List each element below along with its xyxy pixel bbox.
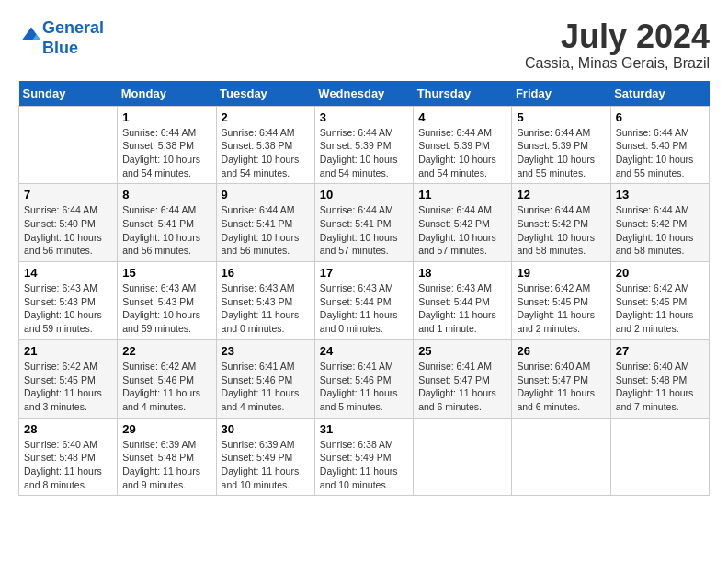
day-number: 27 xyxy=(616,344,704,358)
day-number: 15 xyxy=(122,266,210,280)
calendar-cell: 9Sunrise: 6:44 AM Sunset: 5:41 PM Daylig… xyxy=(216,184,314,262)
day-info: Sunrise: 6:44 AM Sunset: 5:42 PM Dayligh… xyxy=(418,203,506,258)
day-number: 4 xyxy=(418,110,506,124)
day-number: 14 xyxy=(24,266,112,280)
month-year: July 2024 xyxy=(525,18,710,55)
day-number: 1 xyxy=(122,110,210,124)
day-header-friday: Friday xyxy=(512,81,610,107)
day-info: Sunrise: 6:40 AM Sunset: 5:47 PM Dayligh… xyxy=(517,360,605,414)
calendar-cell: 20Sunrise: 6:42 AM Sunset: 5:45 PM Dayli… xyxy=(610,262,709,340)
day-number: 26 xyxy=(517,344,605,358)
day-info: Sunrise: 6:44 AM Sunset: 5:38 PM Dayligh… xyxy=(122,126,210,180)
day-info: Sunrise: 6:41 AM Sunset: 5:47 PM Dayligh… xyxy=(418,360,506,414)
day-info: Sunrise: 6:42 AM Sunset: 5:45 PM Dayligh… xyxy=(24,360,112,414)
logo-icon xyxy=(20,26,42,48)
day-header-tuesday: Tuesday xyxy=(216,81,314,107)
day-info: Sunrise: 6:39 AM Sunset: 5:48 PM Dayligh… xyxy=(122,438,210,492)
day-header-wednesday: Wednesday xyxy=(314,81,413,107)
calendar-cell: 22Sunrise: 6:42 AM Sunset: 5:46 PM Dayli… xyxy=(118,339,216,418)
calendar-cell: 30Sunrise: 6:39 AM Sunset: 5:49 PM Dayli… xyxy=(216,418,314,496)
calendar-cell: 10Sunrise: 6:44 AM Sunset: 5:41 PM Dayli… xyxy=(314,184,413,262)
day-number: 23 xyxy=(222,344,310,358)
day-info: Sunrise: 6:44 AM Sunset: 5:40 PM Dayligh… xyxy=(616,126,704,180)
week-row-5: 28Sunrise: 6:40 AM Sunset: 5:48 PM Dayli… xyxy=(19,418,710,496)
day-info: Sunrise: 6:42 AM Sunset: 5:45 PM Dayligh… xyxy=(616,282,704,336)
day-number: 9 xyxy=(222,188,310,201)
day-info: Sunrise: 6:38 AM Sunset: 5:49 PM Dayligh… xyxy=(320,438,408,492)
calendar-cell: 13Sunrise: 6:44 AM Sunset: 5:42 PM Dayli… xyxy=(610,184,709,262)
calendar-cell: 29Sunrise: 6:39 AM Sunset: 5:48 PM Dayli… xyxy=(118,418,216,496)
calendar-cell: 31Sunrise: 6:38 AM Sunset: 5:49 PM Dayli… xyxy=(314,418,413,496)
calendar-cell: 23Sunrise: 6:41 AM Sunset: 5:46 PM Dayli… xyxy=(216,339,314,418)
day-info: Sunrise: 6:44 AM Sunset: 5:42 PM Dayligh… xyxy=(517,203,605,258)
calendar-cell: 16Sunrise: 6:43 AM Sunset: 5:43 PM Dayli… xyxy=(216,262,314,340)
calendar-cell: 17Sunrise: 6:43 AM Sunset: 5:44 PM Dayli… xyxy=(314,262,413,340)
day-number: 19 xyxy=(517,266,605,280)
day-header-sunday: Sunday xyxy=(19,81,118,107)
calendar-cell: 3Sunrise: 6:44 AM Sunset: 5:39 PM Daylig… xyxy=(314,106,413,184)
calendar-cell: 4Sunrise: 6:44 AM Sunset: 5:39 PM Daylig… xyxy=(414,106,512,184)
day-number: 20 xyxy=(616,266,704,280)
calendar-cell: 25Sunrise: 6:41 AM Sunset: 5:47 PM Dayli… xyxy=(414,339,512,418)
calendar-cell: 24Sunrise: 6:41 AM Sunset: 5:46 PM Dayli… xyxy=(314,339,413,418)
day-number: 11 xyxy=(418,188,506,201)
day-number: 8 xyxy=(122,188,210,201)
day-number: 18 xyxy=(418,266,506,280)
day-number: 12 xyxy=(517,188,605,201)
day-number: 21 xyxy=(24,344,112,358)
day-header-thursday: Thursday xyxy=(414,81,512,107)
calendar-cell: 2Sunrise: 6:44 AM Sunset: 5:38 PM Daylig… xyxy=(216,106,314,184)
day-info: Sunrise: 6:39 AM Sunset: 5:49 PM Dayligh… xyxy=(222,438,310,492)
calendar-cell: 14Sunrise: 6:43 AM Sunset: 5:43 PM Dayli… xyxy=(19,262,118,340)
day-info: Sunrise: 6:44 AM Sunset: 5:38 PM Dayligh… xyxy=(222,126,310,180)
day-info: Sunrise: 6:44 AM Sunset: 5:39 PM Dayligh… xyxy=(320,126,408,180)
day-number: 30 xyxy=(222,422,310,436)
logo: General Blue xyxy=(18,18,104,58)
calendar-cell: 18Sunrise: 6:43 AM Sunset: 5:44 PM Dayli… xyxy=(414,262,512,340)
calendar-cell xyxy=(19,106,118,184)
logo-line2: Blue xyxy=(42,39,78,57)
calendar-cell: 15Sunrise: 6:43 AM Sunset: 5:43 PM Dayli… xyxy=(118,262,216,340)
day-info: Sunrise: 6:44 AM Sunset: 5:39 PM Dayligh… xyxy=(517,126,605,180)
day-info: Sunrise: 6:42 AM Sunset: 5:46 PM Dayligh… xyxy=(122,360,210,414)
calendar-cell: 27Sunrise: 6:40 AM Sunset: 5:48 PM Dayli… xyxy=(610,339,709,418)
logo-text: General Blue xyxy=(42,18,104,58)
week-row-2: 7Sunrise: 6:44 AM Sunset: 5:40 PM Daylig… xyxy=(19,184,710,262)
calendar-cell: 28Sunrise: 6:40 AM Sunset: 5:48 PM Dayli… xyxy=(19,418,118,496)
calendar-cell: 21Sunrise: 6:42 AM Sunset: 5:45 PM Dayli… xyxy=(19,339,118,418)
day-info: Sunrise: 6:44 AM Sunset: 5:42 PM Dayligh… xyxy=(616,203,704,258)
week-row-1: 1Sunrise: 6:44 AM Sunset: 5:38 PM Daylig… xyxy=(19,106,710,184)
week-row-3: 14Sunrise: 6:43 AM Sunset: 5:43 PM Dayli… xyxy=(19,262,710,340)
calendar-cell: 26Sunrise: 6:40 AM Sunset: 5:47 PM Dayli… xyxy=(512,339,610,418)
day-info: Sunrise: 6:40 AM Sunset: 5:48 PM Dayligh… xyxy=(24,438,112,492)
calendar-cell: 7Sunrise: 6:44 AM Sunset: 5:40 PM Daylig… xyxy=(19,184,118,262)
day-number: 31 xyxy=(320,422,408,436)
calendar-cell: 5Sunrise: 6:44 AM Sunset: 5:39 PM Daylig… xyxy=(512,106,610,184)
calendar-cell: 6Sunrise: 6:44 AM Sunset: 5:40 PM Daylig… xyxy=(610,106,709,184)
calendar-header-row: SundayMondayTuesdayWednesdayThursdayFrid… xyxy=(19,81,710,107)
calendar-table: SundayMondayTuesdayWednesdayThursdayFrid… xyxy=(18,81,710,497)
day-number: 6 xyxy=(616,110,704,124)
day-info: Sunrise: 6:44 AM Sunset: 5:41 PM Dayligh… xyxy=(320,203,408,258)
calendar-cell xyxy=(414,418,512,496)
day-info: Sunrise: 6:41 AM Sunset: 5:46 PM Dayligh… xyxy=(222,360,310,414)
day-info: Sunrise: 6:43 AM Sunset: 5:44 PM Dayligh… xyxy=(320,282,408,336)
day-number: 22 xyxy=(122,344,210,358)
day-number: 7 xyxy=(24,188,112,201)
day-number: 17 xyxy=(320,266,408,280)
day-info: Sunrise: 6:44 AM Sunset: 5:41 PM Dayligh… xyxy=(122,203,210,258)
day-number: 13 xyxy=(616,188,704,201)
day-number: 3 xyxy=(320,110,408,124)
day-number: 10 xyxy=(320,188,408,201)
logo-line1: General xyxy=(42,18,104,37)
day-number: 24 xyxy=(320,344,408,358)
calendar-cell: 19Sunrise: 6:42 AM Sunset: 5:45 PM Dayli… xyxy=(512,262,610,340)
day-info: Sunrise: 6:41 AM Sunset: 5:46 PM Dayligh… xyxy=(320,360,408,414)
day-header-saturday: Saturday xyxy=(610,81,709,107)
calendar-cell: 1Sunrise: 6:44 AM Sunset: 5:38 PM Daylig… xyxy=(118,106,216,184)
calendar-cell: 11Sunrise: 6:44 AM Sunset: 5:42 PM Dayli… xyxy=(414,184,512,262)
day-info: Sunrise: 6:43 AM Sunset: 5:44 PM Dayligh… xyxy=(418,282,506,336)
day-info: Sunrise: 6:43 AM Sunset: 5:43 PM Dayligh… xyxy=(122,282,210,336)
calendar-body: 1Sunrise: 6:44 AM Sunset: 5:38 PM Daylig… xyxy=(19,106,710,496)
calendar-cell xyxy=(512,418,610,496)
